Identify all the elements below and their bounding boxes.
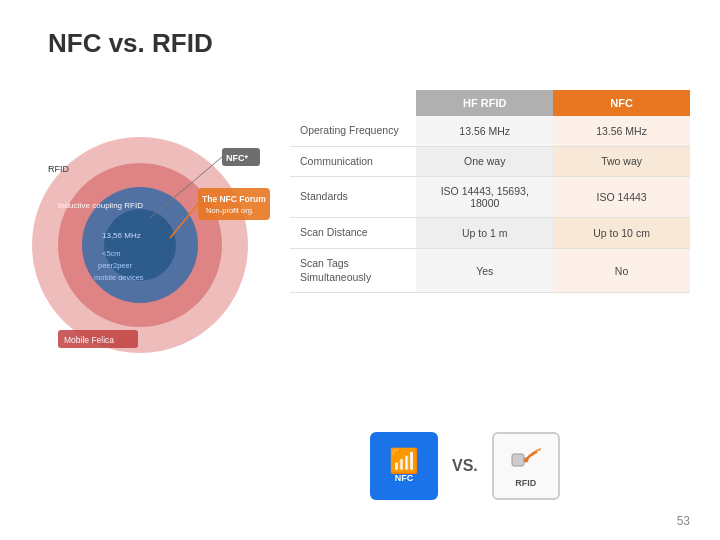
comparison-table-area: HF RFID NFC Operating Frequency13.56 MHz…: [290, 90, 690, 293]
nfc-symbol-icon: 📶: [389, 449, 419, 473]
svg-text:The NFC Forum: The NFC Forum: [202, 194, 266, 204]
svg-text:Non-profit org.: Non-profit org.: [206, 206, 254, 215]
nfc-header: NFC: [553, 90, 690, 116]
hf-rfid-header: HF RFID: [416, 90, 553, 116]
svg-text:mobile devices: mobile devices: [94, 273, 144, 282]
table-row: Operating Frequency13.56 MHz13.56 MHz: [290, 116, 690, 146]
rfid-logo: RFID: [492, 432, 560, 500]
page-title: NFC vs. RFID: [48, 28, 213, 59]
hf-rfid-value: Up to 1 m: [416, 218, 553, 249]
feature-label: Scan Distance: [290, 218, 416, 249]
nfc-logo: 📶 NFC: [370, 432, 438, 500]
svg-text:RFID: RFID: [48, 164, 69, 174]
bottom-logos: 📶 NFC VS. RFID: [370, 432, 560, 500]
nfc-value: Up to 10 cm: [553, 218, 690, 249]
nfc-value: Two way: [553, 146, 690, 177]
svg-text:NFC*: NFC*: [226, 153, 248, 163]
svg-rect-10: [198, 188, 270, 220]
vs-label: VS.: [452, 457, 478, 475]
svg-text:Mobile Felica: Mobile Felica: [64, 335, 114, 345]
diagram-area: RFID Inductive coupling RFID 13,56 MHz <…: [30, 90, 290, 370]
hf-rfid-value: ISO 14443, 15693, 18000: [416, 177, 553, 218]
feature-label: Operating Frequency: [290, 116, 416, 146]
svg-text:Inductive coupling RFID: Inductive coupling RFID: [58, 201, 143, 210]
svg-point-3: [104, 209, 176, 281]
nfc-value: 13.56 MHz: [553, 116, 690, 146]
table-row: CommunicationOne wayTwo way: [290, 146, 690, 177]
hf-rfid-value: 13.56 MHz: [416, 116, 553, 146]
feature-label: Standards: [290, 177, 416, 218]
table-row: StandardsISO 14443, 15693, 18000ISO 1444…: [290, 177, 690, 218]
feature-label: Scan Tags Simultaneously: [290, 248, 416, 292]
rfid-logo-label: RFID: [515, 478, 536, 488]
page-number: 53: [677, 514, 690, 528]
nfc-value: No: [553, 248, 690, 292]
nfc-logo-label: NFC: [395, 473, 414, 483]
svg-text:peer2peer: peer2peer: [98, 261, 133, 270]
svg-text:<5cm: <5cm: [102, 249, 121, 258]
table-row: Scan DistanceUp to 1 mUp to 10 cm: [290, 218, 690, 249]
comparison-table: HF RFID NFC Operating Frequency13.56 MHz…: [290, 90, 690, 293]
table-row: Scan Tags SimultaneouslyYesNo: [290, 248, 690, 292]
feature-label: Communication: [290, 146, 416, 177]
hf-rfid-value: One way: [416, 146, 553, 177]
svg-rect-20: [512, 454, 524, 466]
hf-rfid-value: Yes: [416, 248, 553, 292]
nfc-value: ISO 14443: [553, 177, 690, 218]
svg-text:13,56 MHz: 13,56 MHz: [102, 231, 141, 240]
feature-col-header: [290, 90, 416, 116]
